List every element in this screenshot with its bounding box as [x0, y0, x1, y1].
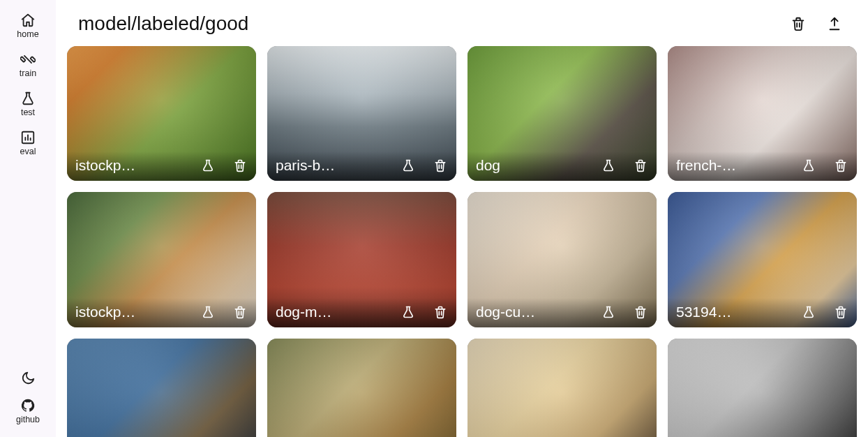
image-card[interactable]: 53194…: [668, 192, 857, 327]
image-grid-scroll[interactable]: istockp…paris-b…dogfrench-…istockp…dog-m…: [66, 46, 858, 437]
moon-icon: [20, 371, 36, 386]
trash-icon: [634, 305, 648, 319]
image-card-actions: [200, 158, 248, 173]
image-name: dog-m…: [276, 304, 332, 320]
delete-image-button[interactable]: [833, 304, 848, 320]
test-image-button[interactable]: [401, 304, 416, 320]
upload-button[interactable]: [826, 15, 843, 32]
home-icon: [20, 13, 36, 28]
delete-all-button[interactable]: [790, 15, 807, 32]
image-thumbnail: [267, 339, 456, 437]
image-card-actions: [801, 304, 848, 320]
page-title: model/labeled/good: [78, 13, 248, 35]
image-card[interactable]: [668, 339, 857, 437]
image-card[interactable]: [267, 339, 456, 437]
image-card-actions: [401, 158, 448, 173]
delete-image-button[interactable]: [232, 158, 248, 173]
sidebar-item-label: train: [20, 68, 36, 78]
chart-icon: [20, 130, 36, 145]
image-card[interactable]: paris-b…: [267, 46, 456, 181]
sidebar-item-label: github: [16, 415, 40, 424]
flask-icon: [20, 91, 36, 106]
theme-toggle[interactable]: [15, 366, 40, 391]
test-image-button[interactable]: [200, 304, 216, 320]
image-card[interactable]: dog-m…: [267, 192, 456, 327]
trash-icon: [433, 305, 447, 319]
image-card[interactable]: istockp…: [67, 46, 256, 181]
test-image-button[interactable]: [801, 158, 816, 173]
sidebar-item-label: test: [21, 108, 35, 117]
image-name: dog-cu…: [476, 304, 535, 320]
test-image-button[interactable]: [801, 304, 816, 320]
image-card[interactable]: french-…: [668, 46, 857, 181]
delete-image-button[interactable]: [833, 158, 848, 173]
header: model/labeled/good: [66, 13, 858, 46]
image-card-footer: dog: [467, 151, 657, 181]
flask-icon: [201, 158, 215, 172]
trash-icon: [433, 158, 447, 172]
image-card-actions: [601, 304, 648, 320]
image-card[interactable]: istockp…: [67, 192, 256, 327]
image-card-footer: istockp…: [67, 151, 256, 181]
flask-icon: [802, 158, 816, 172]
test-image-button[interactable]: [200, 158, 216, 173]
image-card-footer: paris-b…: [267, 151, 456, 181]
sidebar-item-home[interactable]: home: [7, 7, 49, 43]
test-image-button[interactable]: [601, 304, 616, 320]
image-card-footer: dog-cu…: [467, 298, 657, 327]
flask-icon: [601, 158, 615, 172]
flask-icon: [601, 305, 615, 319]
sidebar-item-github[interactable]: github: [7, 398, 49, 429]
sidebar: home train test eval: [0, 0, 56, 437]
delete-image-button[interactable]: [433, 304, 448, 320]
image-card-footer: istockp…: [67, 298, 256, 327]
image-thumbnail: [467, 339, 657, 437]
image-card-footer: french-…: [668, 151, 857, 181]
delete-image-button[interactable]: [433, 158, 448, 173]
image-name: french-…: [676, 157, 736, 174]
image-name: paris-b…: [276, 157, 335, 174]
test-image-button[interactable]: [601, 158, 616, 173]
sidebar-nav: home train test eval: [7, 7, 49, 161]
image-card[interactable]: [67, 339, 256, 437]
upload-icon: [827, 16, 842, 31]
image-card-actions: [601, 158, 648, 173]
test-image-button[interactable]: [401, 158, 416, 173]
image-grid: istockp…paris-b…dogfrench-…istockp…dog-m…: [67, 46, 857, 437]
delete-image-button[interactable]: [633, 304, 648, 320]
image-card-footer: 53194…: [668, 298, 857, 327]
delete-image-button[interactable]: [633, 158, 648, 173]
delete-image-button[interactable]: [232, 304, 248, 320]
sidebar-item-eval[interactable]: eval: [7, 124, 49, 161]
trash-icon: [233, 158, 247, 172]
github-icon: [20, 398, 36, 413]
image-card-actions: [401, 304, 448, 320]
flask-icon: [802, 305, 816, 319]
sidebar-item-test[interactable]: test: [7, 85, 49, 121]
train-icon: [20, 52, 36, 67]
image-name: 53194…: [676, 304, 731, 320]
sidebar-item-label: home: [17, 29, 38, 39]
image-card[interactable]: dog-cu…: [467, 192, 657, 327]
trash-icon: [834, 305, 848, 319]
header-actions: [790, 15, 855, 32]
image-card-actions: [200, 304, 248, 320]
trash-icon: [834, 158, 848, 172]
flask-icon: [401, 158, 415, 172]
flask-icon: [401, 305, 415, 319]
trash-icon: [233, 305, 247, 319]
sidebar-bottom: github: [7, 366, 49, 429]
image-name: istockp…: [75, 304, 135, 320]
flask-icon: [201, 305, 215, 319]
trash-icon: [634, 158, 648, 172]
image-card-footer: dog-m…: [267, 298, 456, 327]
main: model/labeled/good istockp…paris-b…dogfr…: [56, 0, 868, 437]
image-name: dog: [476, 157, 500, 174]
image-name: istockp…: [75, 157, 135, 174]
image-card[interactable]: [467, 339, 657, 437]
sidebar-item-label: eval: [20, 147, 36, 156]
image-card[interactable]: dog: [467, 46, 657, 181]
image-card-actions: [801, 158, 848, 173]
image-thumbnail: [668, 339, 857, 437]
sidebar-item-train[interactable]: train: [7, 46, 49, 82]
